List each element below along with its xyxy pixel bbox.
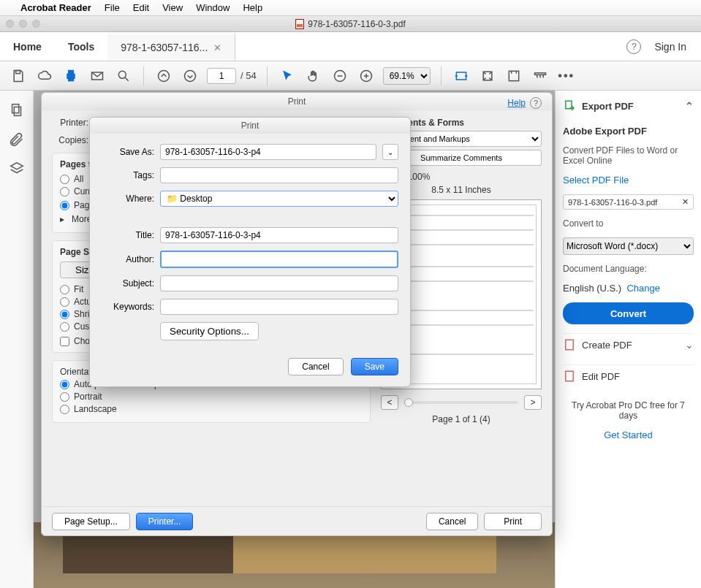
chevron-up-icon[interactable]: ⌃ bbox=[685, 100, 694, 112]
read-mode-icon[interactable] bbox=[531, 66, 550, 85]
tab-document-label: 978-1-63057-116... bbox=[121, 42, 208, 53]
layers-icon[interactable] bbox=[9, 161, 25, 177]
menu-help[interactable]: Help bbox=[243, 2, 262, 13]
print-dialog-title: Print bbox=[42, 93, 552, 110]
security-options-button[interactable]: Security Options... bbox=[160, 322, 259, 340]
preview-page-indicator: Page 1 of 1 (4) bbox=[381, 414, 542, 424]
preview-next-button[interactable]: > bbox=[524, 395, 542, 410]
pages-current-radio[interactable] bbox=[60, 187, 69, 196]
tab-home[interactable]: Home bbox=[0, 32, 55, 61]
orient-landscape-radio[interactable] bbox=[60, 405, 69, 414]
export-subhead: Adobe Export PDF bbox=[563, 126, 694, 137]
shrink-radio[interactable] bbox=[60, 310, 69, 319]
edit-pdf-row[interactable]: Edit PDF bbox=[563, 364, 694, 387]
subject-input[interactable] bbox=[160, 275, 398, 291]
mac-menubar: Acrobat Reader File Edit View Window Hel… bbox=[0, 0, 701, 16]
select-pdf-link[interactable]: Select PDF File bbox=[563, 175, 694, 186]
export-pdf-head[interactable]: Export PDF bbox=[582, 101, 634, 112]
tab-close-icon[interactable]: ✕ bbox=[213, 42, 221, 53]
svg-rect-0 bbox=[16, 70, 20, 73]
custom-scale-radio[interactable] bbox=[60, 322, 69, 332]
tab-tools[interactable]: Tools bbox=[55, 32, 107, 61]
printer-settings-button[interactable]: Printer... bbox=[136, 513, 194, 530]
pages-range-radio[interactable] bbox=[60, 201, 69, 210]
print-help-link[interactable]: Help bbox=[507, 98, 526, 108]
traffic-max-icon[interactable] bbox=[32, 20, 40, 28]
orient-auto-radio[interactable] bbox=[60, 380, 69, 389]
save-as-input[interactable] bbox=[160, 144, 376, 160]
get-started-link[interactable]: Get Started bbox=[563, 429, 694, 440]
fullscreen-icon[interactable] bbox=[504, 66, 523, 85]
more-tools-icon[interactable]: ••• bbox=[557, 66, 576, 85]
traffic-close-icon[interactable] bbox=[6, 20, 14, 28]
tab-home-label: Home bbox=[13, 41, 42, 53]
search-icon[interactable] bbox=[114, 66, 133, 85]
change-lang-link[interactable]: Change bbox=[626, 283, 660, 294]
cloud-icon[interactable] bbox=[35, 66, 54, 85]
save-dialog-title: Print bbox=[90, 118, 410, 134]
preview-prev-button[interactable]: < bbox=[381, 395, 398, 410]
save-confirm-button[interactable]: Save bbox=[351, 358, 398, 375]
app-name[interactable]: Acrobat Reader bbox=[20, 2, 91, 13]
zoom-in-icon[interactable] bbox=[357, 66, 376, 85]
select-tool-icon[interactable] bbox=[278, 66, 297, 85]
page-count: / 54 bbox=[240, 70, 257, 81]
menu-view[interactable]: View bbox=[162, 2, 183, 13]
convert-button[interactable]: Convert bbox=[563, 302, 694, 324]
preview-slider[interactable] bbox=[404, 401, 518, 404]
create-pdf-icon bbox=[563, 338, 576, 351]
page-number-input[interactable] bbox=[207, 68, 236, 84]
save-icon[interactable] bbox=[9, 66, 28, 85]
zoom-select[interactable]: 69.1% bbox=[383, 67, 431, 85]
create-pdf-row[interactable]: Create PDF ⌄ bbox=[563, 333, 694, 356]
print-help-icon[interactable]: ? bbox=[530, 97, 542, 109]
author-input[interactable] bbox=[160, 251, 398, 268]
attachments-icon[interactable] bbox=[9, 131, 25, 148]
hand-tool-icon[interactable] bbox=[304, 66, 323, 85]
save-cancel-button[interactable]: Cancel bbox=[288, 358, 343, 375]
fit-radio[interactable] bbox=[60, 285, 69, 294]
zoom-out-icon[interactable] bbox=[330, 66, 349, 85]
print-cancel-button[interactable]: Cancel bbox=[426, 513, 478, 530]
actual-size-radio[interactable] bbox=[60, 297, 69, 307]
trial-text: Try Acrobat Pro DC free for 7 days bbox=[563, 400, 694, 421]
mail-icon[interactable] bbox=[88, 66, 107, 85]
pdf-doc-icon bbox=[295, 19, 304, 29]
print-icon[interactable] bbox=[61, 66, 80, 85]
selected-file-name: 978-1-63057-116-0-3.pdf bbox=[568, 198, 657, 207]
svg-rect-18 bbox=[566, 371, 574, 381]
format-select[interactable]: Microsoft Word (*.docx) bbox=[563, 237, 694, 255]
menu-edit[interactable]: Edit bbox=[133, 2, 149, 13]
choose-paper-checkbox[interactable] bbox=[60, 337, 69, 346]
fit-width-icon[interactable] bbox=[452, 66, 471, 85]
svg-rect-15 bbox=[14, 107, 20, 115]
left-sidebar bbox=[0, 91, 34, 588]
where-select[interactable]: 📁 Desktop bbox=[160, 191, 398, 207]
sign-in-link[interactable]: Sign In bbox=[654, 41, 686, 53]
keywords-input[interactable] bbox=[160, 299, 398, 315]
help-icon[interactable]: ? bbox=[626, 39, 641, 54]
menu-file[interactable]: File bbox=[105, 2, 120, 13]
print-confirm-button[interactable]: Print bbox=[484, 513, 542, 530]
page-setup-button[interactable]: Page Setup... bbox=[52, 513, 130, 530]
pages-all-radio[interactable] bbox=[60, 175, 69, 184]
page-down-icon[interactable] bbox=[181, 66, 200, 85]
save-dialog: Print Save As: ⌄ Tags: Where: 📁 Desktop … bbox=[89, 117, 411, 387]
chevron-down-icon: ⌄ bbox=[685, 339, 694, 351]
svg-point-6 bbox=[159, 70, 170, 81]
title-input[interactable] bbox=[160, 227, 398, 243]
convert-to-label: Convert to bbox=[563, 218, 694, 229]
tags-input[interactable] bbox=[160, 167, 398, 183]
thumbnails-icon[interactable] bbox=[9, 102, 25, 118]
fit-page-icon[interactable] bbox=[478, 66, 497, 85]
menu-window[interactable]: Window bbox=[196, 2, 230, 13]
traffic-min-icon[interactable] bbox=[19, 20, 27, 28]
page-up-icon[interactable] bbox=[154, 66, 173, 85]
orient-portrait-radio[interactable] bbox=[60, 392, 69, 402]
subject-label: Subject: bbox=[102, 278, 154, 289]
orient-landscape-label: Landscape bbox=[74, 404, 117, 414]
remove-file-icon[interactable]: ✕ bbox=[682, 197, 689, 207]
tab-document[interactable]: 978-1-63057-116... ✕ bbox=[107, 32, 235, 61]
expand-save-dialog-button[interactable]: ⌄ bbox=[382, 144, 398, 160]
pages-all-label: All bbox=[74, 174, 83, 184]
